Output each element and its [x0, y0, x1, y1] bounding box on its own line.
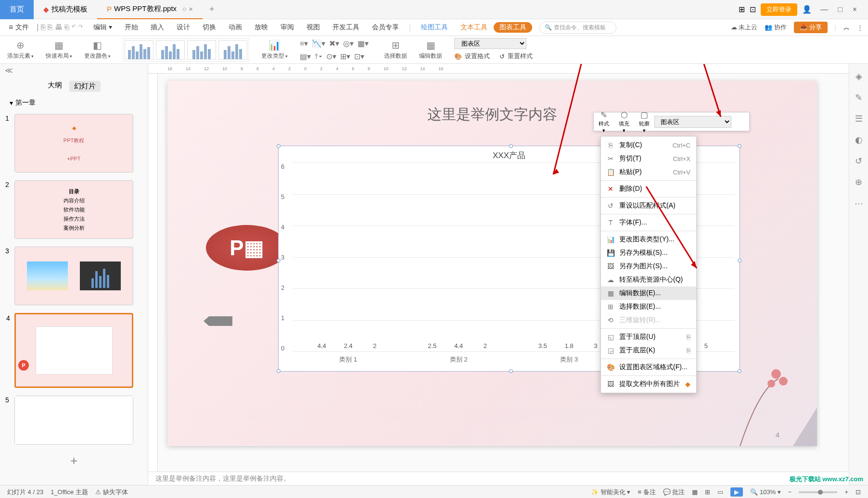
reset-style-button[interactable]: ↺ 重置样式 — [499, 51, 533, 62]
chart-style-gallery[interactable] — [123, 38, 249, 62]
tab-template[interactable]: ◆找稿壳模板 — [34, 0, 97, 19]
outline-button[interactable]: ▢轮廓▾ — [634, 110, 654, 134]
fill-button[interactable]: ⬡填充▾ — [614, 110, 634, 134]
menu-copy[interactable]: ⎘复制(C)Ctrl+C — [601, 138, 696, 152]
slide-thumb-5[interactable]: 5 — [14, 396, 133, 445]
beautify-button[interactable]: ✨ 智能美化 ▾ — [591, 488, 630, 497]
zoom-in-icon[interactable]: + — [844, 488, 848, 496]
menu-save-template[interactable]: 💾另存为模板(S)... — [601, 246, 696, 260]
view-sorter-icon[interactable]: ⊞ — [705, 488, 710, 496]
powerpoint-logo-icon: P▦ — [206, 225, 288, 271]
slide-thumb-2[interactable]: 2 目录 内容介绍软件功能 操作方法案例分析 — [14, 180, 133, 239]
style-button[interactable]: ✎样式▾ — [594, 110, 614, 134]
edit-dropdown[interactable]: 编辑 ▾ — [87, 23, 118, 32]
menu-review[interactable]: 审阅 — [274, 23, 300, 32]
rail-icon-5[interactable]: ↺ — [855, 156, 862, 166]
minimize-icon[interactable]: — — [817, 5, 832, 13]
rail-icon-2[interactable]: ✎ — [855, 92, 862, 103]
close-window-icon[interactable]: × — [849, 5, 861, 13]
notes-bar[interactable]: 这里是举例备注内容，这里是举例备注内容。 — [148, 472, 849, 485]
comments-toggle[interactable]: 💬 批注 — [663, 488, 685, 497]
share-button[interactable]: 📤 分享 — [794, 22, 828, 33]
chart-element-select[interactable]: 图表区 — [454, 38, 526, 49]
change-color-button[interactable]: ◧更改颜色 — [84, 39, 111, 60]
quick-layout-button[interactable]: ▦快速布局 — [46, 39, 72, 60]
float-element-select[interactable]: 图表区 — [654, 116, 731, 128]
menu-delete[interactable]: ✕删除(D) — [601, 182, 696, 196]
slide-counter: 幻灯片 4 / 23 — [7, 488, 43, 497]
menu-chart-tools[interactable]: 图表工具 — [494, 22, 532, 33]
document-tab[interactable]: PWPS PPT教程.pptx ○ × — [97, 0, 203, 19]
menu-change-chart-type[interactable]: 📊更改图表类型(Y)... — [601, 233, 696, 246]
menu-cut[interactable]: ✂剪切(T)Ctrl+X — [601, 152, 696, 165]
menu-view[interactable]: 视图 — [300, 23, 326, 32]
watermark: 极光下载站 www.xz7.com — [790, 475, 863, 484]
rail-icon-6[interactable]: ⊕ — [855, 177, 862, 187]
menu-member[interactable]: 会员专享 — [366, 23, 405, 32]
menu-edit-data[interactable]: ▦编辑数据(E)... — [601, 286, 696, 300]
slide-thumb-1[interactable]: 1 ◆PPT教程+PPT — [14, 114, 133, 173]
menu-save-image[interactable]: 🖼另存为图片(S)... — [601, 260, 696, 273]
rail-icon-4[interactable]: ◐ — [855, 135, 863, 145]
outline-tab[interactable]: 大纲 — [48, 81, 62, 92]
menu-select-data[interactable]: ⊞选择数据(E)... — [601, 300, 696, 313]
edit-data-button[interactable]: ▦编辑数据 — [419, 39, 442, 60]
svg-point-2 — [767, 380, 775, 387]
zoom-level[interactable]: 🔍 103% ▾ — [750, 488, 781, 496]
command-search[interactable]: 🔍 查找命令、搜索模板 — [539, 22, 616, 34]
add-element-button[interactable]: ⊕添加元素 — [7, 39, 34, 60]
menu-slideshow[interactable]: 放映 — [248, 23, 274, 32]
menu-to-resource[interactable]: ☁转至稿壳资源中心(Q) — [601, 273, 696, 286]
zoom-out-icon[interactable]: − — [788, 488, 792, 496]
menu-animation[interactable]: 动画 — [222, 23, 248, 32]
slide-thumb-3[interactable]: 3 — [14, 247, 133, 305]
play-button[interactable]: ▶ — [730, 487, 743, 497]
menu-more-icon[interactable]: ⋮ — [857, 24, 863, 31]
menu-insert[interactable]: 插入 — [144, 23, 170, 32]
notes-toggle[interactable]: ≡ 备注 — [638, 488, 655, 497]
missing-font-warning[interactable]: ⚠ 缺失字体 — [95, 488, 128, 497]
menu-text-tools[interactable]: 文本工具 — [454, 23, 494, 32]
change-type-button[interactable]: 📊更改类型 — [261, 39, 288, 60]
menu-format-chart-area[interactable]: 🎨设置图表区域格式(F)... — [601, 361, 696, 374]
menu-paste[interactable]: 📋粘贴(P)Ctrl+V — [601, 165, 696, 179]
collapse-ribbon-icon[interactable]: ︽ — [843, 23, 850, 32]
menu-devtools[interactable]: 开发工具 — [326, 23, 366, 32]
avatar-icon[interactable]: 👤 — [802, 5, 812, 14]
collab-button[interactable]: 👥 协作 — [765, 23, 787, 32]
home-tab[interactable]: 首页 — [0, 0, 34, 19]
view-reading-icon[interactable]: ▭ — [717, 488, 723, 496]
menu-design[interactable]: 设计 — [170, 23, 196, 32]
cloud-status[interactable]: ☁ 未上云 — [731, 23, 758, 32]
fit-icon[interactable]: ⊡ — [855, 488, 861, 496]
login-button[interactable]: 立即登录 — [761, 3, 797, 16]
menu-extract-images[interactable]: 🖼提取文档中所有图片◆ — [601, 377, 696, 391]
menu-reset-match[interactable]: ↺重设以匹配样式(A) — [601, 199, 696, 212]
apps-icon[interactable]: ⊡ — [750, 5, 756, 14]
maximize-icon[interactable]: □ — [834, 5, 847, 13]
close-tab-icon[interactable]: ○ × — [182, 5, 193, 13]
set-format-button[interactable]: 🎨 设置格式 — [454, 51, 490, 62]
chart-options-icons[interactable]: ≡▾📉▾✖▾◎▾▦▾ ▤▾⫯▾⊙▾⊞▾⊡▾ — [300, 39, 372, 61]
add-slide-button[interactable]: + — [0, 448, 148, 473]
rail-icon-1[interactable]: ◈ — [855, 71, 862, 82]
view-normal-icon[interactable]: ▦ — [692, 488, 698, 496]
slide-thumb-4[interactable]: 4 P — [14, 313, 133, 388]
add-tab-icon[interactable]: + — [203, 4, 221, 14]
svg-point-1 — [779, 377, 788, 386]
slides-tab[interactable]: 幻灯片 — [69, 81, 101, 92]
theme-indicator[interactable]: 1_Office 主题 — [51, 488, 88, 497]
chapter-1[interactable]: ▾ 第一章 — [0, 96, 148, 110]
menu-draw-tools[interactable]: 绘图工具 — [415, 23, 454, 32]
rail-icon-7[interactable]: ⋯ — [855, 198, 863, 209]
floating-format-toolbar[interactable]: ✎样式▾ ⬡填充▾ ▢轮廓▾ 图表区 — [593, 112, 750, 131]
menu-font[interactable]: T字体(F)... — [601, 216, 696, 229]
menu-transition[interactable]: 切换 — [196, 23, 222, 32]
menu-send-back[interactable]: ◲置于底层(K)⎘ — [601, 344, 696, 357]
menu-bring-front[interactable]: ◱置于顶层(U)⎘ — [601, 330, 696, 344]
file-menu[interactable]: 文件 — [5, 22, 33, 33]
grid-icon[interactable]: ⊞ — [739, 5, 745, 14]
select-data-button[interactable]: ⊞选择数据 — [384, 39, 407, 60]
menu-start[interactable]: 开始 — [118, 23, 144, 32]
rail-icon-3[interactable]: ☰ — [855, 113, 863, 124]
